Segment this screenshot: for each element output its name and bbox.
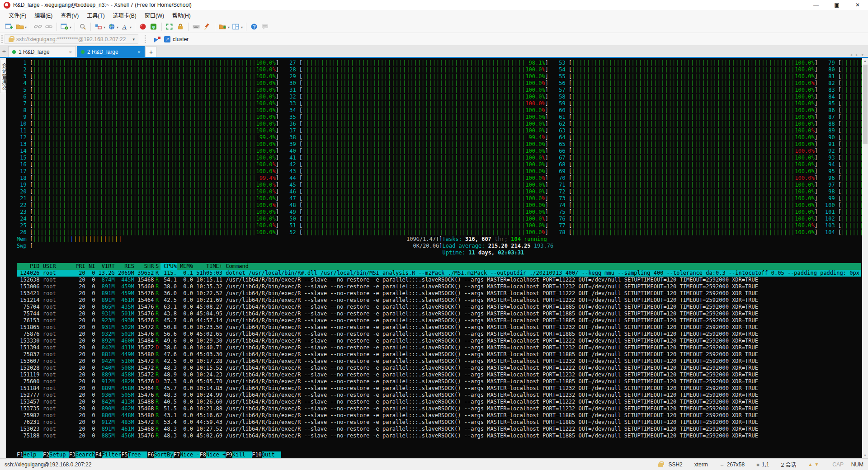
header-cpu[interactable]: CPU% — [160, 263, 177, 270]
address-input[interactable]: ssh://xieguigang:**********@192.168.0.20… — [5, 34, 138, 44]
tiling-layout-icon[interactable] — [231, 22, 241, 31]
web-browser-icon[interactable] — [107, 22, 116, 31]
help-icon[interactable]: ? — [250, 22, 259, 31]
fkey-action[interactable]: Setup — [49, 451, 69, 458]
tab-list-icon[interactable]: ▾ — [861, 52, 863, 57]
fullscreen-icon[interactable] — [165, 22, 174, 31]
font-icon[interactable]: A — [120, 22, 129, 31]
status-terminal-type[interactable]: xterm — [694, 461, 708, 468]
session-manager-vertical-tab[interactable]: 会话管理器 — [0, 60, 6, 93]
open-session-caret-icon[interactable]: ▾ — [25, 25, 27, 29]
process-row[interactable]: 75837root200881M449M15480R47.60.045:03.3… — [17, 351, 861, 358]
fkey-number[interactable]: F6 — [147, 451, 154, 458]
scroll-down-icon[interactable]: ▼ — [862, 452, 868, 458]
process-row[interactable]: 75982root200880M448M15480R43.10.045:16.6… — [17, 412, 861, 419]
scroll-up-icon[interactable]: ▲ — [862, 58, 868, 64]
drag-handle[interactable] — [145, 35, 146, 44]
process-row[interactable]: 75704root200865M435M15476R63.10.045:08.2… — [17, 304, 861, 310]
xagent-icon[interactable]: φ — [149, 22, 158, 31]
lock-screen-icon[interactable] — [176, 22, 185, 31]
disconnect-icon[interactable] — [33, 22, 42, 31]
process-row[interactable]: 151119root200889M458M15472R48.90.010:24.… — [17, 371, 861, 378]
fkey-action[interactable]: Quit — [262, 451, 281, 458]
fkey-action[interactable]: Kill — [232, 451, 252, 458]
drag-handle[interactable] — [1, 35, 3, 44]
feedback-icon[interactable] — [260, 22, 269, 31]
header-s[interactable]: S — [154, 263, 160, 270]
menu-item[interactable]: 窗口(W) — [141, 10, 168, 20]
new-session-icon[interactable] — [5, 22, 14, 31]
session-properties-caret-icon[interactable]: ▾ — [70, 25, 71, 29]
session-tab-1[interactable]: 1 R&D_large× — [8, 46, 76, 57]
fkey-action[interactable]: Help — [23, 451, 42, 458]
header-pid[interactable]: PID — [17, 263, 40, 270]
process-row[interactable]: 151865root200931M502M15472R50.80.010:23.… — [17, 324, 861, 331]
fkey-number[interactable]: F2 — [43, 451, 49, 458]
header-ni[interactable]: NI — [85, 263, 95, 270]
process-row[interactable]: 153006root200891M459M15460R38.00.010:35.… — [17, 283, 861, 290]
fkey-number[interactable]: F4 — [95, 451, 101, 458]
session-tab-2[interactable]: 2 R&D_large× — [77, 46, 145, 57]
scrollbar-thumb[interactable] — [863, 65, 868, 144]
header-virt[interactable]: VIRT — [95, 263, 114, 270]
menu-item[interactable]: 编辑(E) — [30, 10, 57, 20]
font-caret-icon[interactable]: ▾ — [130, 25, 132, 29]
process-row[interactable]: 152028root200940M508M15472R48.30.010:15.… — [17, 365, 861, 371]
process-row[interactable]: 75188root200885M456M15476R48.30.045:02.6… — [17, 432, 861, 439]
status-sessions[interactable]: 2 会话 — [781, 461, 797, 468]
address-dropdown-icon[interactable]: ▾ — [131, 37, 136, 42]
find-icon[interactable] — [78, 22, 87, 31]
header-user[interactable]: USER — [40, 263, 72, 270]
menu-item[interactable]: 文件(F) — [5, 10, 30, 20]
new-file-icon[interactable] — [218, 22, 227, 31]
process-row[interactable]: 151184root200889M458M15464R45.70.010:14.… — [17, 385, 861, 392]
session-properties-icon[interactable] — [60, 22, 69, 31]
menu-item[interactable]: 工具(T) — [83, 10, 108, 20]
tiling-layout-caret-icon[interactable]: ▾ — [241, 25, 243, 29]
terminal-scrollbar[interactable]: ▲ ▼ — [862, 58, 868, 458]
terminal[interactable]: 1[||||||||||||||||||||||||||||||||||||||… — [6, 58, 862, 458]
new-file-caret-icon[interactable]: ▾ — [228, 25, 230, 29]
close-button[interactable]: ✕ — [847, 0, 868, 10]
menu-item[interactable]: 查看(V) — [57, 10, 83, 20]
fkey-number[interactable]: F3 — [69, 451, 75, 458]
fkey-action[interactable]: Tree — [128, 451, 147, 458]
process-row[interactable]: 153457root200842M413M15488R40.50.010:26.… — [17, 399, 861, 405]
process-row[interactable]: 75876root200932M502M15476R56.60.045:02.6… — [17, 331, 861, 338]
new-tab-button[interactable]: + — [146, 46, 156, 57]
fkey-action[interactable]: Nice - — [180, 451, 199, 458]
process-row[interactable]: 153330root200892M460M15484R49.60.010:29.… — [17, 338, 861, 344]
minimize-button[interactable]: — — [806, 0, 826, 10]
header-cmd[interactable]: Command — [222, 263, 861, 270]
menu-item[interactable]: 帮助(H) — [168, 10, 195, 20]
reconnect-icon[interactable] — [44, 22, 53, 31]
fkey-action[interactable]: SortBy — [154, 451, 173, 458]
fkey-number[interactable]: F5 — [121, 451, 127, 458]
highlight-pen-icon[interactable] — [203, 22, 212, 31]
restore-button[interactable]: ▣ — [826, 0, 847, 10]
process-row[interactable]: 153607root200942M510M15472R42.50.010:17.… — [17, 358, 861, 365]
process-row[interactable]: 151214root200891M461M15464R42.50.010:21.… — [17, 297, 861, 304]
process-row[interactable]: 124026root20013.2G2069M39652R115.0.151h0… — [17, 270, 861, 277]
tab-scroll-right-icon[interactable]: ▸ — [856, 52, 858, 57]
process-row[interactable]: 152638root200874M445M15468R54.10.010:15.… — [17, 277, 861, 283]
process-row[interactable]: 152777root200936M505M15476R48.30.010:24.… — [17, 392, 861, 399]
xftp-transfer-icon[interactable] — [138, 22, 147, 31]
header-shr[interactable]: SHR — [134, 263, 154, 270]
tab-close-icon[interactable]: × — [132, 49, 141, 55]
process-row[interactable]: 76153root200923M493M15476R45.70.044:57.1… — [17, 317, 861, 324]
quick-command-icon[interactable] — [154, 37, 160, 42]
header-mem[interactable]: MEM% — [177, 263, 193, 270]
fkey-number[interactable]: F1 — [17, 451, 23, 458]
process-row[interactable]: 153023root200891M461M15468R48.30.010:27.… — [17, 426, 861, 432]
fkey-number[interactable]: F10 — [252, 451, 262, 458]
session-nav-arrows-icon[interactable]: ▲▼ — [808, 462, 821, 467]
virtual-keyboard-icon[interactable] — [192, 22, 201, 31]
sidebar-toggle-icon[interactable]: ◂▸ — [0, 45, 8, 57]
web-browser-caret-icon[interactable]: ▾ — [117, 25, 118, 29]
fkey-action[interactable]: Search — [75, 451, 95, 458]
fkey-action[interactable]: Filter — [102, 451, 121, 458]
process-row[interactable]: 153735root200890M462M15468R51.50.010:21.… — [17, 405, 861, 412]
compose-bar-caret-icon[interactable]: ▾ — [104, 25, 105, 29]
process-row[interactable]: 151394root200842M411M15472D38.60.010:40.… — [17, 344, 861, 351]
